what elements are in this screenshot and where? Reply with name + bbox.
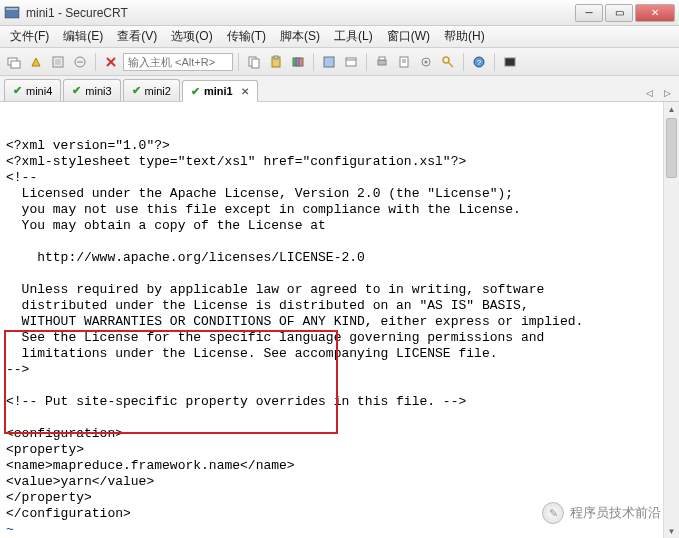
watermark-text: 程序员技术前沿 xyxy=(570,504,661,522)
copy-icon[interactable] xyxy=(244,52,264,72)
editor-line: <name>mapreduce.framework.name</name> xyxy=(6,458,673,474)
editor-line: distributed under the License is distrib… xyxy=(6,298,673,314)
toolbar: ? xyxy=(0,48,679,76)
svg-rect-5 xyxy=(55,59,61,65)
menu-options[interactable]: 选项(O) xyxy=(165,26,218,47)
tab-label: mini3 xyxy=(85,85,111,97)
paste-icon[interactable] xyxy=(266,52,286,72)
editor-line: ~ xyxy=(6,522,673,538)
check-icon: ✔ xyxy=(132,84,141,97)
editor-line xyxy=(6,234,673,250)
editor-line: Unless required by applicable law or agr… xyxy=(6,282,673,298)
tab-label: mini2 xyxy=(145,85,171,97)
editor-line: <property> xyxy=(6,442,673,458)
tab-nav: ◁ ▷ xyxy=(641,85,675,101)
separator xyxy=(95,53,96,71)
app-icon xyxy=(4,5,20,21)
svg-rect-11 xyxy=(252,59,259,68)
svg-rect-21 xyxy=(379,57,385,60)
properties-icon[interactable] xyxy=(319,52,339,72)
svg-text:?: ? xyxy=(477,58,482,67)
editor-line: <value>yarn</value> xyxy=(6,474,673,490)
menu-bar: 文件(F) 编辑(E) 查看(V) 选项(O) 传输(T) 脚本(S) 工具(L… xyxy=(0,26,679,48)
scroll-down-icon[interactable]: ▼ xyxy=(664,524,679,538)
svg-rect-13 xyxy=(274,56,278,59)
tab-bar: ✔mini4 ✔mini3 ✔mini2 ✔mini1✕ ◁ ▷ xyxy=(0,76,679,102)
help-icon[interactable]: ? xyxy=(469,52,489,72)
editor-line: <!-- xyxy=(6,170,673,186)
check-icon: ✔ xyxy=(72,84,81,97)
vertical-scrollbar[interactable]: ▲ ▼ xyxy=(663,102,679,538)
reconnect-icon[interactable] xyxy=(48,52,68,72)
tab-label: mini1 xyxy=(204,85,233,97)
editor-line: See the License for the specific languag… xyxy=(6,330,673,346)
tab-next-icon[interactable]: ▷ xyxy=(659,85,675,101)
editor-line: <?xml version="1.0"?> xyxy=(6,138,673,154)
separator xyxy=(463,53,464,71)
tab-close-icon[interactable]: ✕ xyxy=(241,86,249,97)
svg-rect-31 xyxy=(505,58,515,66)
print-icon[interactable] xyxy=(372,52,392,72)
editor-line: you may not use this file except in comp… xyxy=(6,202,673,218)
check-icon: ✔ xyxy=(191,85,200,98)
title-bar: mini1 - SecureCRT ─ ▭ ✕ xyxy=(0,0,679,26)
settings-icon[interactable] xyxy=(416,52,436,72)
tab-mini4[interactable]: ✔mini4 xyxy=(4,79,61,101)
terminal-editor[interactable]: <?xml version="1.0"?><?xml-stylesheet ty… xyxy=(0,102,679,538)
disconnect-icon[interactable] xyxy=(70,52,90,72)
maximize-button[interactable]: ▭ xyxy=(605,4,633,22)
editor-line xyxy=(6,378,673,394)
menu-tools[interactable]: 工具(L) xyxy=(328,26,379,47)
watermark: ✎ 程序员技术前沿 xyxy=(542,502,661,524)
scroll-up-icon[interactable]: ▲ xyxy=(664,102,679,116)
tab-label: mini4 xyxy=(26,85,52,97)
menu-help[interactable]: 帮助(H) xyxy=(438,26,491,47)
tab-mini2[interactable]: ✔mini2 xyxy=(123,79,180,101)
svg-line-28 xyxy=(448,62,453,67)
editor-line: --> xyxy=(6,362,673,378)
host-input[interactable] xyxy=(123,53,233,71)
svg-rect-18 xyxy=(346,58,356,66)
minimize-button[interactable]: ─ xyxy=(575,4,603,22)
separator xyxy=(494,53,495,71)
window-title: mini1 - SecureCRT xyxy=(26,6,575,20)
editor-line: http://www.apache.org/licenses/LICENSE-2… xyxy=(6,250,673,266)
editor-line xyxy=(6,410,673,426)
editor-line: You may obtain a copy of the License at xyxy=(6,218,673,234)
check-icon: ✔ xyxy=(13,84,22,97)
svg-rect-20 xyxy=(378,60,386,65)
scroll-thumb[interactable] xyxy=(666,118,677,178)
close-button[interactable]: ✕ xyxy=(635,4,675,22)
session-icon[interactable] xyxy=(341,52,361,72)
tab-prev-icon[interactable]: ◁ xyxy=(641,85,657,101)
tab-mini1[interactable]: ✔mini1✕ xyxy=(182,80,258,102)
editor-line: <configuration> xyxy=(6,426,673,442)
window-buttons: ─ ▭ ✕ xyxy=(575,4,675,22)
menu-transfer[interactable]: 传输(T) xyxy=(221,26,272,47)
editor-line: limitations under the License. See accom… xyxy=(6,346,673,362)
find-icon[interactable] xyxy=(288,52,308,72)
menu-view[interactable]: 查看(V) xyxy=(111,26,163,47)
menu-window[interactable]: 窗口(W) xyxy=(381,26,436,47)
tab-mini3[interactable]: ✔mini3 xyxy=(63,79,120,101)
editor-line: <?xml-stylesheet type="text/xsl" href="c… xyxy=(6,154,673,170)
log-icon[interactable] xyxy=(394,52,414,72)
menu-edit[interactable]: 编辑(E) xyxy=(57,26,109,47)
svg-rect-1 xyxy=(6,8,18,10)
svg-rect-16 xyxy=(299,58,303,66)
editor-line xyxy=(6,266,673,282)
svg-point-26 xyxy=(425,60,428,63)
svg-rect-3 xyxy=(11,61,20,68)
watermark-icon: ✎ xyxy=(542,502,564,524)
separator xyxy=(238,53,239,71)
key-icon[interactable] xyxy=(438,52,458,72)
separator xyxy=(313,53,314,71)
menu-file[interactable]: 文件(F) xyxy=(4,26,55,47)
separator xyxy=(366,53,367,71)
quick-connect-icon[interactable] xyxy=(26,52,46,72)
terminal-icon[interactable] xyxy=(500,52,520,72)
connect-icon[interactable] xyxy=(4,52,24,72)
menu-script[interactable]: 脚本(S) xyxy=(274,26,326,47)
cancel-icon[interactable] xyxy=(101,52,121,72)
svg-rect-17 xyxy=(324,57,334,67)
